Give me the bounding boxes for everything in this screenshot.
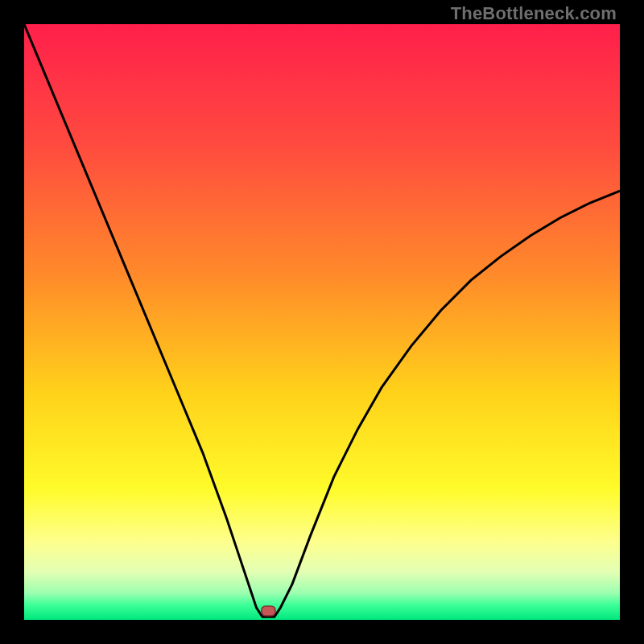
chart-frame: TheBottleneck.com bbox=[0, 0, 644, 644]
minimum-marker bbox=[262, 606, 275, 616]
bottleneck-chart bbox=[24, 24, 620, 620]
watermark-label: TheBottleneck.com bbox=[451, 3, 617, 24]
plot-area bbox=[24, 24, 620, 620]
gradient-background bbox=[24, 24, 620, 620]
